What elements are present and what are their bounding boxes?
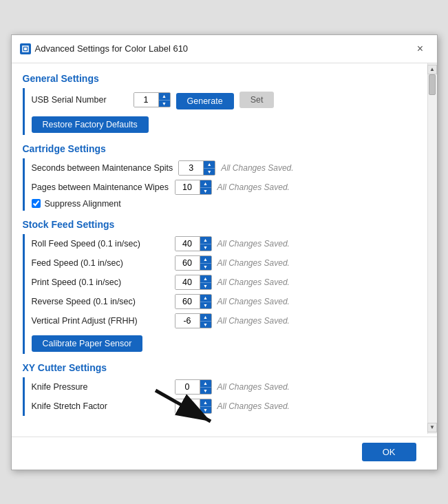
scroll-thumb[interactable]	[429, 74, 436, 95]
app-icon	[20, 43, 31, 54]
generate-button[interactable]: Generate	[176, 93, 234, 109]
feed-speed-spinner[interactable]: ▲ ▼	[175, 255, 212, 271]
knife-pressure-input[interactable]	[175, 379, 200, 395]
reverse-speed-down-btn[interactable]: ▼	[200, 302, 211, 309]
set-button[interactable]: Set	[239, 92, 275, 108]
title-bar-left: Advanced Settings for Color Label 610	[20, 43, 189, 54]
vertical-print-up-btn[interactable]: ▲	[200, 313, 211, 321]
maintenance-wipes-down-btn[interactable]: ▼	[200, 187, 211, 195]
maintenance-spits-label: Seconds between Maintenance Spits	[32, 163, 173, 173]
knife-pressure-up-btn[interactable]: ▲	[200, 379, 211, 387]
print-speed-label: Print Speed (0.1 in/sec)	[32, 277, 169, 287]
roll-feed-row: Roll Feed Speed (0.1 in/sec) ▲ ▼ All Cha…	[32, 234, 416, 253]
roll-feed-spinner[interactable]: ▲ ▼	[175, 236, 212, 251]
feed-speed-up-btn[interactable]: ▲	[200, 255, 211, 263]
knife-pressure-row: Knife Pressure ▲ ▼ All Changes Saved.	[32, 377, 416, 397]
general-settings-box: USB Serial Number ▲ ▼ Generate Set Resto…	[23, 88, 416, 135]
knife-pressure-label: Knife Pressure	[32, 382, 169, 392]
general-settings-header: General Settings	[23, 73, 416, 84]
usb-serial-down-btn[interactable]: ▼	[159, 100, 170, 107]
suppress-alignment-row: Suppress Alignment	[32, 197, 416, 211]
maintenance-spits-btns: ▲ ▼	[204, 160, 215, 176]
print-speed-down-btn[interactable]: ▼	[200, 282, 211, 290]
knife-pressure-spinner[interactable]: ▲ ▼	[175, 379, 212, 395]
maintenance-spits-spinner[interactable]: ▲ ▼	[178, 160, 215, 176]
usb-serial-input[interactable]	[134, 92, 159, 107]
restore-button[interactable]: Restore Factory Defaults	[32, 116, 149, 133]
usb-serial-up-btn[interactable]: ▲	[159, 92, 170, 100]
maintenance-spits-status: All Changes Saved.	[221, 163, 293, 173]
feed-speed-btns: ▲ ▼	[200, 255, 211, 271]
maintenance-wipes-input[interactable]	[175, 180, 200, 195]
reverse-speed-input[interactable]	[175, 294, 200, 309]
scroll-content: General Settings USB Serial Number ▲ ▼ G…	[12, 63, 427, 434]
knife-stretch-status: All Changes Saved.	[217, 401, 290, 411]
stock-feed-header: Stock Feed Settings	[23, 219, 416, 230]
feed-speed-input[interactable]	[175, 255, 200, 271]
xy-cutter-header: XY Cutter Settings	[23, 362, 416, 373]
print-speed-input[interactable]	[175, 275, 200, 290]
reverse-speed-status: All Changes Saved.	[217, 297, 290, 306]
reverse-speed-up-btn[interactable]: ▲	[200, 294, 211, 302]
roll-feed-label: Roll Feed Speed (0.1 in/sec)	[32, 239, 169, 249]
usb-serial-row: USB Serial Number ▲ ▼ Generate Set	[32, 88, 416, 112]
svg-rect-1	[24, 48, 27, 50]
print-speed-status: All Changes Saved.	[217, 277, 290, 287]
roll-feed-up-btn[interactable]: ▲	[200, 236, 211, 244]
vertical-print-status: All Changes Saved.	[217, 316, 290, 326]
knife-stretch-spinner[interactable]: ▲ ▼	[175, 399, 212, 414]
feed-speed-row: Feed Speed (0.1 in/sec) ▲ ▼ All Changes …	[32, 253, 416, 273]
knife-stretch-label: Knife Stretch Factor	[32, 401, 169, 411]
content-area: General Settings USB Serial Number ▲ ▼ G…	[12, 63, 437, 434]
reverse-speed-btns: ▲ ▼	[200, 294, 211, 309]
maintenance-spits-row: Seconds between Maintenance Spits ▲ ▼ Al…	[32, 158, 416, 178]
vertical-print-down-btn[interactable]: ▼	[200, 321, 211, 328]
roll-feed-btns: ▲ ▼	[200, 236, 211, 251]
print-speed-btns: ▲ ▼	[200, 275, 211, 290]
usb-serial-spinner[interactable]: ▲ ▼	[134, 92, 171, 107]
suppress-checkbox[interactable]	[32, 199, 41, 208]
print-speed-spinner[interactable]: ▲ ▼	[175, 275, 212, 290]
close-button[interactable]: ×	[412, 41, 429, 57]
scroll-down-arrow[interactable]: ▼	[427, 423, 437, 432]
knife-stretch-up-btn[interactable]: ▲	[200, 399, 211, 406]
stock-feed-box: Roll Feed Speed (0.1 in/sec) ▲ ▼ All Cha…	[23, 234, 416, 354]
title-bar: Advanced Settings for Color Label 610 ×	[12, 35, 437, 63]
cartridge-settings-box: Seconds between Maintenance Spits ▲ ▼ Al…	[23, 158, 416, 211]
calibrate-button[interactable]: Calibrate Paper Sensor	[32, 335, 143, 352]
knife-pressure-status: All Changes Saved.	[217, 382, 290, 392]
restore-row: Restore Factory Defaults	[32, 112, 416, 135]
maintenance-wipes-spinner[interactable]: ▲ ▼	[175, 180, 212, 195]
reverse-speed-label: Reverse Speed (0.1 in/sec)	[32, 297, 169, 306]
vertical-print-label: Vertical Print Adjust (FRHH)	[32, 316, 169, 326]
feed-speed-down-btn[interactable]: ▼	[200, 263, 211, 271]
vertical-print-spinner[interactable]: ▲ ▼	[175, 313, 212, 328]
maintenance-spits-input[interactable]	[179, 160, 204, 176]
ok-button[interactable]: OK	[362, 443, 416, 461]
maintenance-wipes-status: All Changes Saved.	[217, 182, 290, 192]
vertical-print-btns: ▲ ▼	[200, 313, 211, 328]
knife-stretch-btns: ▲ ▼	[200, 399, 211, 414]
usb-serial-label: USB Serial Number	[32, 95, 128, 105]
suppress-label[interactable]: Suppress Alignment	[45, 199, 121, 209]
usb-serial-spinner-btns: ▲ ▼	[159, 92, 170, 107]
vertical-print-input[interactable]	[175, 313, 200, 328]
scrollbar[interactable]: ▲ ▼	[427, 63, 437, 434]
maintenance-spits-down-btn[interactable]: ▼	[204, 168, 215, 176]
knife-stretch-down-btn[interactable]: ▼	[200, 406, 211, 414]
feed-speed-status: All Changes Saved.	[217, 258, 290, 268]
print-speed-row: Print Speed (0.1 in/sec) ▲ ▼ All Changes…	[32, 273, 416, 292]
maintenance-spits-up-btn[interactable]: ▲	[204, 160, 215, 168]
maintenance-wipes-row: Pages between Maintenance Wipes ▲ ▼ All …	[32, 178, 416, 197]
reverse-speed-spinner[interactable]: ▲ ▼	[175, 294, 212, 309]
reverse-speed-row: Reverse Speed (0.1 in/sec) ▲ ▼ All Chang…	[32, 292, 416, 311]
calibrate-row: Calibrate Paper Sensor	[32, 330, 416, 354]
roll-feed-input[interactable]	[175, 236, 200, 251]
knife-stretch-input[interactable]	[175, 399, 200, 414]
knife-pressure-down-btn[interactable]: ▼	[200, 387, 211, 395]
print-speed-up-btn[interactable]: ▲	[200, 275, 211, 282]
roll-feed-down-btn[interactable]: ▼	[200, 244, 211, 251]
scroll-up-arrow[interactable]: ▲	[427, 65, 437, 74]
maintenance-wipes-up-btn[interactable]: ▲	[200, 180, 211, 187]
footer: OK	[12, 437, 437, 470]
